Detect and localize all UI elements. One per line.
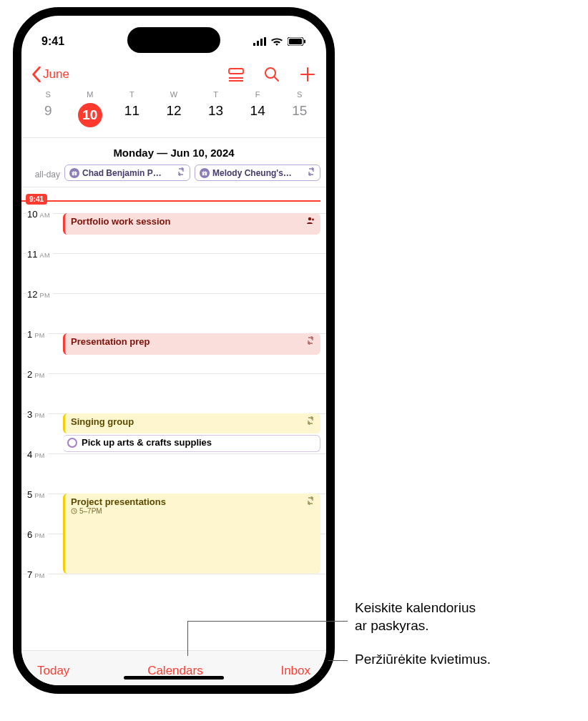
week-day[interactable]: 15: [278, 100, 320, 130]
status-time: 9:41: [41, 35, 64, 48]
wifi-icon: [270, 37, 283, 46]
notch: [127, 27, 220, 53]
back-label: June: [43, 67, 69, 82]
calendar-event[interactable]: Pick up arts & crafts supplies: [63, 435, 320, 452]
participants-icon: [306, 216, 315, 227]
hour-line: 4 PM: [21, 453, 326, 454]
hour-line: 2 PM: [21, 373, 326, 374]
inbox-button[interactable]: Inbox: [280, 664, 310, 678]
week-day[interactable]: 11: [111, 100, 153, 130]
clock-icon: [71, 508, 77, 514]
calendar-event[interactable]: Singing group: [63, 413, 320, 433]
svg-rect-5: [289, 39, 302, 44]
hour-line: 12 PM: [21, 293, 326, 294]
allday-label: all-day: [27, 167, 60, 180]
timeline[interactable]: 9:41 10 AM11 AM12 PM1 PM2 PM3 PM4 PM5 PM…: [21, 187, 326, 650]
now-time: 9:41: [26, 194, 47, 205]
event-title: Presentation prep: [71, 336, 150, 347]
week-header-cell: S: [27, 90, 69, 99]
phone-frame: 9:41 June: [13, 7, 335, 694]
calendar-event[interactable]: Presentation prep: [63, 333, 320, 355]
svg-rect-18: [204, 172, 205, 175]
week-day[interactable]: 10: [69, 100, 112, 130]
chevron-left-icon: [31, 67, 41, 82]
svg-rect-16: [72, 172, 77, 172]
hour-label: 10 AM: [27, 209, 53, 220]
allday-event[interactable]: Melody Cheung's…: [195, 165, 320, 181]
hour-label: 4 PM: [27, 449, 48, 460]
repeat-icon: [306, 496, 315, 507]
week-header-cell: F: [237, 90, 279, 99]
hour-line: 11 AM: [21, 253, 326, 254]
week-day[interactable]: 12: [153, 100, 195, 130]
today-button[interactable]: Today: [37, 664, 69, 678]
home-indicator: [124, 676, 224, 680]
repeat-icon: [306, 416, 315, 427]
hour-label: 12 PM: [27, 289, 53, 300]
search-icon: [263, 66, 280, 83]
allday-event[interactable]: Chad Benjamin P…: [64, 165, 190, 181]
callout-line: [187, 621, 348, 622]
week-header-cell: T: [195, 90, 237, 99]
gift-icon: [69, 168, 79, 178]
hour-label: 5 PM: [27, 489, 48, 500]
svg-rect-3: [264, 37, 266, 46]
week-day-row: 9101112131415: [21, 99, 326, 138]
gift-icon: [200, 168, 210, 178]
hour-label: 2 PM: [27, 369, 48, 380]
event-title: Singing group: [71, 416, 134, 427]
svg-rect-1: [257, 41, 259, 46]
plus-icon: [299, 66, 316, 83]
week-day[interactable]: 9: [27, 100, 69, 130]
callout-line: [328, 660, 348, 661]
hour-line: 7 PM: [21, 574, 326, 574]
svg-rect-7: [229, 69, 243, 74]
svg-point-21: [312, 219, 314, 221]
svg-point-20: [308, 217, 311, 220]
back-button[interactable]: June: [31, 67, 69, 82]
date-label: Monday — Jun 10, 2024: [21, 138, 326, 165]
week-header-cell: T: [111, 90, 153, 99]
allday-event-title: Melody Cheung's…: [212, 168, 292, 178]
event-title: Portfolio work session: [71, 216, 170, 227]
repeat-icon: [306, 336, 315, 347]
search-button[interactable]: [263, 66, 280, 83]
bottom-bar: Today Calendars Inbox: [21, 650, 326, 685]
list-view-button[interactable]: [227, 66, 245, 83]
event-title: Project presentations: [71, 496, 166, 507]
calendar-event[interactable]: Project presentations5–7PM: [63, 494, 320, 574]
svg-rect-2: [260, 39, 263, 46]
week-header-cell: W: [153, 90, 195, 99]
hour-label: 11 AM: [27, 249, 53, 260]
battery-icon: [288, 37, 306, 46]
svg-rect-6: [304, 40, 305, 44]
hour-label: 3 PM: [27, 409, 48, 420]
callout-calendars: Keiskite kalendoriusar paskyras.: [355, 599, 476, 634]
cellular-icon: [253, 37, 266, 46]
svg-rect-0: [253, 43, 255, 46]
callout-line: [187, 621, 188, 656]
repeat-icon: [177, 167, 185, 178]
event-title: Pick up arts & crafts supplies: [82, 437, 212, 448]
svg-rect-19: [202, 172, 207, 172]
week-day[interactable]: 14: [237, 100, 279, 130]
week-header-cell: M: [69, 90, 112, 99]
event-sub: 5–7PM: [71, 507, 315, 515]
list-view-icon: [227, 66, 245, 83]
callout-inbox: Peržiūrėkite kvietimus.: [355, 651, 491, 669]
hour-label: 7 PM: [27, 569, 48, 580]
repeat-icon: [307, 167, 315, 178]
hour-label: 6 PM: [27, 529, 48, 540]
hour-label: 1 PM: [27, 329, 48, 340]
allday-event-title: Chad Benjamin P…: [82, 168, 162, 178]
calendar-event[interactable]: Portfolio work session: [63, 213, 320, 235]
add-button[interactable]: [299, 66, 316, 83]
week-header: SMTWTFS: [21, 86, 326, 99]
allday-row: all-day Chad Benjamin P… Melody Cheung's…: [21, 165, 326, 187]
week-header-cell: S: [278, 90, 320, 99]
now-indicator: 9:41: [21, 200, 320, 202]
top-bar: June: [21, 59, 326, 86]
circle-icon: [67, 438, 77, 448]
week-day[interactable]: 13: [195, 100, 237, 130]
svg-rect-15: [74, 172, 74, 175]
